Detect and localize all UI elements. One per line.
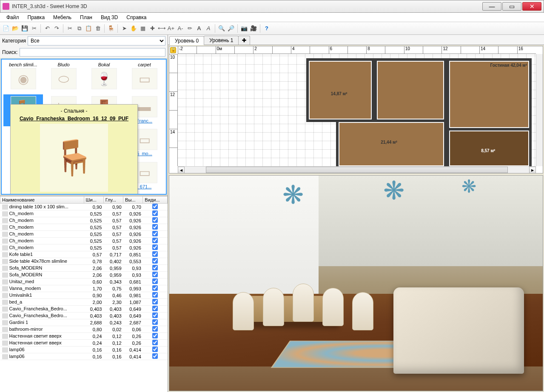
col-name[interactable]: Наименование (0, 196, 84, 204)
catalog-item[interactable]: carpet▭ (125, 61, 164, 94)
table-row[interactable]: Настенная светит вверх0,240,120,26 (0, 340, 168, 347)
table-row[interactable]: Ch_modern0,5250,570,926 (0, 231, 168, 238)
visible-checkbox[interactable] (152, 272, 158, 277)
visible-checkbox[interactable] (152, 238, 158, 243)
visible-checkbox[interactable] (152, 278, 158, 284)
visible-checkbox[interactable] (152, 306, 158, 311)
table-row[interactable]: Gardini 12,6880,2432,687 (0, 319, 168, 326)
help-icon[interactable]: ? (262, 24, 271, 33)
search-input[interactable] (20, 48, 165, 57)
col-width[interactable]: Ши... (84, 196, 103, 204)
table-row[interactable]: Side table 40x78cm slimline0,780,4020,55… (0, 258, 168, 265)
category-select[interactable]: Все (28, 36, 165, 45)
save-icon[interactable]: 💾 (20, 24, 29, 33)
minimize-button[interactable]: — (482, 2, 501, 11)
visible-checkbox[interactable] (152, 217, 158, 223)
plan-view[interactable]: 🔒 -20м246810121416 101214 14,87 м² Гости… (169, 46, 543, 173)
furniture-table[interactable]: Наименование Ши... Глу... Вы... Види... … (0, 196, 168, 392)
visible-checkbox[interactable] (152, 292, 158, 298)
open-icon[interactable]: 📂 (11, 24, 20, 33)
compass-icon[interactable]: ✏ (185, 24, 194, 33)
visible-checkbox[interactable] (152, 340, 158, 345)
label-icon[interactable]: A- (176, 24, 185, 33)
table-row[interactable]: dining table 100 x 100 slim...0,900,900,… (0, 204, 168, 210)
table-row[interactable]: Ch_modern0,5250,570,926 (0, 210, 168, 217)
zoomin-icon[interactable]: 🔍 (217, 24, 226, 33)
table-row[interactable]: Ch_modern0,5250,570,926 (0, 244, 168, 251)
col-height[interactable]: Вы... (123, 196, 143, 204)
dim-icon[interactable]: ⟷ (157, 24, 166, 33)
visible-checkbox[interactable] (152, 224, 158, 230)
table-row[interactable]: Cavio_Francheska_Bedro...0,4030,4030,649 (0, 312, 168, 319)
table-row[interactable]: Ch_modern0,5250,570,926 (0, 217, 168, 224)
table-row[interactable]: Настенная светит вверх0,240,120,26 (0, 333, 168, 340)
visible-checkbox[interactable] (152, 347, 158, 352)
table-row[interactable]: bathroom-mirror0,800,020,06 (0, 326, 168, 333)
video-icon[interactable]: 🎥 (249, 24, 258, 33)
catalog-item[interactable]: Bokal🍷 (84, 61, 124, 94)
catalog-item[interactable]: Bludo⬭ (44, 61, 83, 94)
col-depth[interactable]: Глу... (103, 196, 123, 204)
tab-level0[interactable]: Уровень 0 (169, 36, 204, 45)
visible-checkbox[interactable] (152, 258, 158, 264)
menu-help[interactable]: Справка (122, 14, 151, 21)
menu-edit[interactable]: Правка (23, 14, 49, 21)
table-row[interactable]: Umivalnik10,900,460,981 (0, 292, 168, 299)
tab-add[interactable]: ✚ (238, 36, 250, 45)
plan-scrollbar-h[interactable]: ◀▶ (178, 166, 536, 173)
col-visible[interactable]: Види... (143, 196, 168, 204)
menu-view3d[interactable]: Вид 3D (97, 14, 122, 21)
visible-checkbox[interactable] (152, 319, 158, 325)
paste-icon[interactable]: 📋 (84, 24, 93, 33)
table-row[interactable]: bed_a2,002,301,087 (0, 299, 168, 306)
pan-icon[interactable]: ✋ (129, 24, 138, 33)
visible-checkbox[interactable] (152, 333, 158, 338)
visible-checkbox[interactable] (152, 251, 158, 257)
table-row[interactable]: Ch_modern0,5250,570,926 (0, 224, 168, 231)
zoomout-icon[interactable]: 🔎 (227, 24, 235, 33)
text-icon[interactable]: A+ (167, 24, 175, 33)
wall-icon[interactable]: ▦ (139, 24, 147, 33)
table-row[interactable]: Sofa_MODERN2,060,9590,93 (0, 265, 168, 272)
photo-icon[interactable]: 📷 (240, 24, 248, 33)
redo-icon[interactable]: ↷ (52, 24, 61, 33)
copy-icon[interactable]: ⧉ (75, 24, 83, 33)
delete-icon[interactable]: 🗑 (94, 24, 102, 33)
tab-level1[interactable]: Уровень 1 (204, 36, 239, 45)
menu-furniture[interactable]: Мебель (49, 14, 76, 21)
maximize-button[interactable]: ▭ (502, 2, 521, 11)
visible-checkbox[interactable] (152, 265, 158, 270)
lock-icon[interactable]: 🔒 (170, 47, 176, 53)
table-row[interactable]: Cavio_Francheska_Bedro...0,4030,4030,649 (0, 306, 168, 312)
table-row[interactable]: Unitaz_med0,600,3430,681 (0, 278, 168, 285)
visible-checkbox[interactable] (152, 353, 158, 359)
table-row[interactable]: lamp060,160,160,414 (0, 347, 168, 353)
close-button[interactable]: ✕ (522, 2, 541, 11)
plan-canvas[interactable]: 14,87 м² Гостиная 42,04 м² 21,44 м² 8,57… (178, 54, 536, 166)
visible-checkbox[interactable] (152, 312, 158, 318)
table-row[interactable]: lamp060,160,160,414 (0, 353, 168, 360)
menu-plan[interactable]: План (76, 14, 97, 21)
italic-icon[interactable]: A (204, 24, 213, 33)
room-icon[interactable]: ✚ (148, 24, 157, 33)
table-row[interactable]: Ch_modern0,5250,570,926 (0, 238, 168, 244)
visible-checkbox[interactable] (152, 326, 158, 332)
visible-checkbox[interactable] (152, 231, 158, 236)
prefs-icon[interactable]: ✂ (30, 24, 38, 33)
table-row[interactable]: Kofe table10,570,7170,851 (0, 251, 168, 258)
bold-icon[interactable]: A (195, 24, 203, 33)
new-icon[interactable]: 📄 (2, 24, 10, 33)
visible-checkbox[interactable] (152, 285, 158, 291)
undo-icon[interactable]: ↶ (43, 24, 51, 33)
select-icon[interactable]: ➤ (120, 24, 128, 33)
catalog-item[interactable]: bench slimli...◉ (3, 61, 43, 94)
menu-file[interactable]: Файл (2, 14, 23, 21)
table-row[interactable]: Vanna_modern1,700,750,993 (0, 285, 168, 292)
plan-scrollbar-v[interactable] (536, 54, 543, 166)
visible-checkbox[interactable] (152, 204, 158, 209)
addfurn-icon[interactable]: 🪑 (107, 24, 115, 33)
view-3d[interactable] (169, 175, 543, 391)
cut-icon[interactable]: ✂ (66, 24, 74, 33)
visible-checkbox[interactable] (152, 244, 158, 250)
table-row[interactable]: Sofa_MODERN2,060,9590,93 (0, 272, 168, 278)
